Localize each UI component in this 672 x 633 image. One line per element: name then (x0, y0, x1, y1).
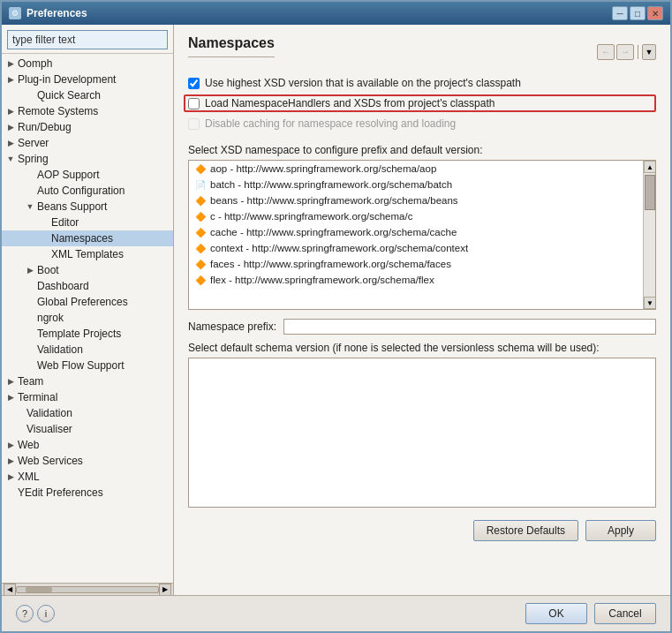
ns-item-beans[interactable]: 🔶 beans - http://www.springframework.org… (189, 192, 643, 208)
checkbox-row-1: Use highest XSD version that is availabl… (188, 77, 656, 89)
tree-item-server[interactable]: ▶ Server (2, 135, 173, 151)
tree-label: Boot (37, 264, 59, 276)
expand-arrow (39, 217, 49, 228)
title-bar-controls: ─ □ ✕ (612, 6, 663, 20)
checkbox-label-1: Use highest XSD version that is availabl… (205, 77, 521, 89)
tree-item-web-services[interactable]: ▶ Web Services (2, 453, 173, 469)
tree-label: Run/Debug (18, 121, 72, 133)
tree-item-boot[interactable]: ▶ Boot (2, 262, 173, 278)
tree-item-xml-templates[interactable]: XML Templates (2, 246, 173, 262)
schema-version-label: Select default schema version (if none i… (188, 342, 656, 354)
expand-arrow (39, 233, 49, 244)
ns-item-flex[interactable]: 🔶 flex - http://www.springframework.org/… (189, 272, 643, 288)
tree-label: Validation (37, 343, 83, 356)
ns-icon-beans: 🔶 (194, 194, 207, 207)
tree-item-spring-validation[interactable]: Validation (2, 342, 173, 358)
nav-dropdown-button[interactable]: ▼ (642, 44, 656, 60)
tree-item-beans-support[interactable]: ▼ Beans Support (2, 199, 173, 215)
ns-item-faces[interactable]: 🔶 faces - http://www.springframework.org… (189, 256, 643, 272)
tree-item-validation[interactable]: Validation (2, 405, 173, 421)
scroll-right-btn[interactable]: ▶ (159, 584, 171, 596)
tree-item-oomph[interactable]: ▶ Oomph (2, 56, 173, 72)
tree-item-namespaces[interactable]: Namespaces (2, 230, 173, 246)
checkbox-row-3: Disable caching for namespace resolving … (188, 117, 656, 130)
ns-text-aop: aop - http://www.springframework.org/sch… (210, 163, 436, 174)
tree-item-aop-support[interactable]: AOP Support (2, 167, 173, 183)
ns-item-cache[interactable]: 🔶 cache - http://www.springframework.org… (189, 224, 643, 240)
tree-label: Namespaces (51, 232, 113, 245)
ns-scroll-up-btn[interactable]: ▲ (644, 161, 656, 173)
back-button[interactable]: ← (597, 44, 615, 60)
tree-item-template-projects[interactable]: Template Projects (2, 326, 173, 342)
expand-arrow: ▶ (5, 471, 16, 482)
maximize-button[interactable]: □ (630, 6, 646, 20)
prefix-row: Namespace prefix: (188, 319, 656, 335)
ns-scroll-down-btn[interactable]: ▼ (644, 297, 656, 309)
tree-item-dashboard[interactable]: Dashboard (2, 278, 173, 294)
ns-scroll-track (644, 173, 655, 297)
ns-item-aop[interactable]: 🔶 aop - http://www.springframework.org/s… (189, 161, 643, 177)
ns-text-cache: cache - http://www.springframework.org/s… (210, 227, 457, 237)
ns-icon-batch: 📄 (194, 178, 207, 191)
minimize-button[interactable]: ─ (612, 6, 628, 20)
tree-area: ▶ Oomph ▶ Plug-in Development Quick Sear… (2, 54, 173, 583)
restore-defaults-button[interactable]: Restore Defaults (473, 520, 578, 541)
tree-label: Template Projects (37, 328, 121, 340)
expand-arrow (25, 360, 35, 371)
info-button[interactable]: i (37, 605, 55, 622)
expand-arrow (5, 487, 16, 498)
tree-label: Validation (26, 407, 72, 419)
tree-item-remote-systems[interactable]: ▶ Remote Systems (2, 103, 173, 119)
close-button[interactable]: ✕ (647, 6, 663, 20)
ns-item-batch[interactable]: 📄 batch - http://www.springframework.org… (189, 177, 643, 192)
tree-label: Global Preferences (37, 296, 128, 308)
tree-item-plugin-dev[interactable]: ▶ Plug-in Development (2, 72, 173, 87)
tree-item-global-prefs[interactable]: Global Preferences (2, 294, 173, 310)
ns-item-c[interactable]: 🔶 c - http://www.springframework.org/sch… (189, 208, 643, 224)
checkbox-load-ns-handlers[interactable] (188, 98, 200, 109)
apply-button[interactable]: Apply (585, 520, 656, 541)
ns-text-context: context - http://www.springframework.org… (210, 243, 468, 253)
ns-text-c: c - http://www.springframework.org/schem… (210, 211, 412, 222)
tree-item-spring[interactable]: ▼ Spring (2, 151, 173, 167)
tree-item-team[interactable]: ▶ Team (2, 373, 173, 389)
tree-item-yedit-prefs[interactable]: YEdit Preferences (2, 485, 173, 501)
help-icons: ? i (16, 605, 55, 622)
ns-scrollbar[interactable]: ▲ ▼ (643, 161, 655, 309)
tree-item-ngrok[interactable]: ngrok (2, 310, 173, 326)
tree-item-run-debug[interactable]: ▶ Run/Debug (2, 119, 173, 135)
tree-item-web[interactable]: ▶ Web (2, 437, 173, 453)
tree-item-auto-config[interactable]: Auto Configuration (2, 183, 173, 199)
tree-label: Oomph (18, 57, 52, 70)
tree-item-terminal[interactable]: ▶ Terminal (2, 389, 173, 405)
filter-input[interactable] (7, 30, 168, 49)
ns-item-context[interactable]: 🔶 context - http://www.springframework.o… (189, 240, 643, 256)
expand-arrow (14, 424, 25, 434)
help-button[interactable]: ? (16, 605, 34, 622)
expand-arrow (25, 170, 35, 180)
expand-arrow (25, 90, 35, 101)
ns-scroll-thumb[interactable] (645, 175, 655, 210)
tree-item-web-flow-support[interactable]: Web Flow Support (2, 358, 173, 373)
checkbox-highest-xsd[interactable] (188, 78, 200, 89)
expand-arrow (25, 281, 35, 291)
ok-button[interactable]: OK (525, 603, 587, 624)
ns-icon-flex: 🔶 (194, 274, 207, 286)
expand-arrow: ▶ (5, 376, 16, 387)
tree-item-editor[interactable]: Editor (2, 215, 173, 230)
forward-button[interactable]: → (616, 44, 634, 60)
tree-item-quick-search[interactable]: Quick Search (2, 87, 173, 103)
tree-label: Team (18, 375, 43, 388)
tree-label: Quick Search (37, 89, 101, 102)
tree-item-xml[interactable]: ▶ XML (2, 469, 173, 485)
scroll-thumb[interactable] (26, 587, 52, 592)
tree-label: AOP Support (37, 169, 100, 181)
tree-h-scrollbar[interactable]: ◀ ▶ (2, 583, 173, 595)
tree-label: Spring (18, 153, 49, 165)
prefix-input[interactable] (283, 319, 656, 335)
cancel-button[interactable]: Cancel (594, 603, 656, 624)
tree-item-visualiser[interactable]: Visualiser (2, 421, 173, 437)
checkbox-row-2: Load NamespaceHandlers and XSDs from pro… (184, 94, 656, 112)
filter-input-wrap (2, 25, 173, 54)
scroll-left-btn[interactable]: ◀ (4, 584, 16, 596)
